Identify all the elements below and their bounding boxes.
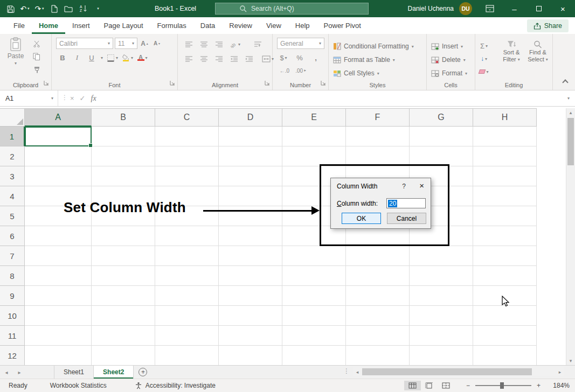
zoom-out-button[interactable]: − — [463, 382, 473, 389]
tab-bar-resize-handle[interactable]: ⋮ — [343, 367, 350, 375]
select-all-corner[interactable] — [0, 108, 25, 127]
formula-input[interactable] — [108, 90, 559, 106]
tab-view[interactable]: View — [259, 17, 288, 34]
page-break-view-button[interactable] — [438, 381, 454, 390]
cancel-button[interactable]: Cancel — [387, 213, 426, 224]
tab-help[interactable]: Help — [288, 17, 317, 34]
name-box[interactable]: A1 ▾ — [0, 90, 58, 106]
zoom-slider[interactable] — [475, 382, 531, 389]
formula-enter-button[interactable]: ✓ — [80, 94, 86, 102]
column-header-g[interactable]: G — [410, 108, 473, 127]
tab-formulas[interactable]: Formulas — [150, 17, 193, 34]
new-file-button[interactable] — [47, 1, 61, 16]
save-button[interactable] — [3, 1, 17, 16]
wrap-text-button[interactable] — [252, 39, 263, 50]
dialog-help-button[interactable]: ? — [402, 183, 406, 190]
formula-cancel-button[interactable]: × — [70, 94, 74, 102]
copy-button[interactable] — [31, 51, 42, 62]
row-header-5[interactable]: 5 — [0, 206, 25, 226]
row-header-9[interactable]: 9 — [0, 286, 25, 306]
tab-power-pivot[interactable]: Power Pivot — [317, 17, 368, 34]
font-name-select[interactable]: Calibri ▾ — [56, 38, 113, 49]
minimize-button[interactable]: – — [502, 0, 526, 17]
delete-cells-button[interactable]: Delete ▾ — [431, 54, 466, 65]
open-file-button[interactable] — [61, 1, 75, 16]
normal-view-button[interactable] — [404, 381, 421, 390]
comma-format-button[interactable]: , — [310, 52, 321, 63]
borders-button[interactable]: ▾ — [107, 52, 118, 63]
expand-formula-bar-button[interactable]: ▾ — [567, 96, 570, 101]
scroll-up-arrow[interactable]: ▴ — [566, 108, 575, 117]
collapse-ribbon-button[interactable] — [562, 79, 568, 85]
grow-font-button[interactable]: A▴ — [139, 38, 150, 49]
user-name[interactable]: Daniel Uchenna — [408, 5, 454, 12]
column-header-b[interactable]: B — [92, 108, 155, 127]
scroll-left-arrow[interactable]: ◂ — [353, 367, 362, 376]
font-size-select[interactable]: 11 ▾ — [115, 38, 137, 49]
bold-button[interactable]: B — [57, 52, 68, 63]
align-top-button[interactable] — [183, 39, 194, 50]
decrease-indent-button[interactable] — [228, 53, 239, 64]
share-button[interactable]: Share — [527, 19, 569, 32]
search-box[interactable]: Search (Alt+Q) — [215, 3, 369, 15]
scroll-down-arrow[interactable]: ▾ — [566, 356, 575, 365]
row-header-3[interactable]: 3 — [0, 166, 25, 186]
cut-button[interactable] — [31, 38, 42, 49]
ok-button[interactable]: OK — [342, 213, 381, 224]
workbook-statistics-button[interactable]: Workbook Statistics — [50, 382, 107, 389]
shrink-font-button[interactable]: A▾ — [151, 38, 162, 49]
undo-button[interactable]: ↶ ▾ — [18, 1, 32, 16]
page-layout-view-button[interactable] — [421, 381, 438, 390]
sheet-nav-left[interactable]: ◂ — [0, 366, 13, 379]
column-header-a[interactable]: A — [25, 108, 92, 127]
zoom-slider-thumb[interactable] — [500, 382, 504, 389]
dialog-close-button[interactable]: × — [419, 181, 424, 190]
format-cells-button[interactable]: Format ▾ — [431, 68, 467, 79]
column-header-f[interactable]: F — [346, 108, 410, 127]
row-header-4[interactable]: 4 — [0, 186, 25, 206]
avatar[interactable]: DU — [459, 2, 472, 15]
row-header-6[interactable]: 6 — [0, 226, 25, 246]
new-sheet-button[interactable]: + — [134, 366, 152, 379]
sheet-tab-sheet2[interactable]: Sheet2 — [94, 366, 134, 379]
column-width-input[interactable]: 20 — [386, 198, 426, 208]
vertical-scrollbar[interactable]: ▴ ▾ — [566, 108, 575, 365]
tab-page-layout[interactable]: Page Layout — [97, 17, 150, 34]
underline-button[interactable]: U — [86, 52, 97, 63]
row-header-10[interactable]: 10 — [0, 306, 25, 326]
fill-color-button[interactable]: ▾ — [122, 52, 133, 63]
orientation-button[interactable]: ab▾ — [228, 39, 240, 50]
tab-insert[interactable]: Insert — [65, 17, 97, 34]
merge-center-button[interactable]: ▾ — [262, 53, 274, 64]
align-right-button[interactable] — [213, 53, 224, 64]
number-format-select[interactable]: General ▾ — [277, 38, 324, 49]
decrease-decimal-button[interactable]: .00▾ — [295, 65, 306, 76]
column-header-c[interactable]: C — [155, 108, 219, 127]
row-header-7[interactable]: 7 — [0, 246, 25, 266]
conditional-formatting-button[interactable]: Conditional Formatting ▾ — [333, 41, 414, 52]
currency-format-button[interactable]: $▾ — [278, 52, 289, 63]
align-left-button[interactable] — [183, 53, 194, 64]
close-button[interactable]: × — [551, 0, 575, 17]
font-color-button[interactable]: A ▾ — [137, 52, 148, 63]
align-middle-button[interactable] — [198, 39, 209, 50]
zoom-in-button[interactable]: + — [534, 382, 544, 389]
tab-data[interactable]: Data — [193, 17, 222, 34]
sheet-tab-sheet1[interactable]: Sheet1 — [54, 366, 94, 379]
tab-home[interactable]: Home — [32, 17, 65, 34]
vertical-scroll-thumb[interactable] — [567, 118, 574, 165]
column-header-d[interactable]: D — [219, 108, 282, 127]
insert-function-button[interactable]: fx — [91, 94, 96, 103]
tab-review[interactable]: Review — [222, 17, 259, 34]
redo-button[interactable]: ↷ ▾ — [32, 1, 46, 16]
scroll-right-arrow[interactable]: ▸ — [556, 367, 564, 376]
row-header-2[interactable]: 2 — [0, 146, 25, 166]
italic-button[interactable]: I — [72, 52, 82, 63]
horizontal-scroll-thumb[interactable] — [362, 368, 532, 375]
ribbon-display-options-button[interactable] — [481, 0, 499, 17]
column-header-e[interactable]: E — [282, 108, 346, 127]
maximize-button[interactable] — [526, 0, 551, 17]
accessibility-button[interactable]: Accessibility: Investigate — [135, 382, 216, 389]
selected-cell-a1[interactable] — [25, 127, 92, 146]
align-bottom-button[interactable] — [213, 39, 224, 50]
